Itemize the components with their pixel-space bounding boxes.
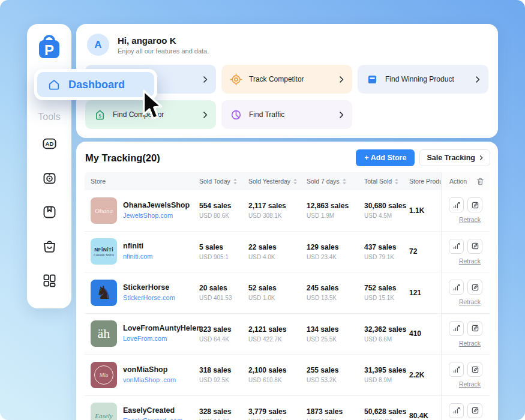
feature-card-track-competitor[interactable]: Track Competitor: [221, 65, 352, 94]
chevron-right-icon: [339, 76, 344, 83]
store-domain-link[interactable]: StickerHorse.com: [123, 294, 175, 301]
sale-tracking-button[interactable]: Sale Tracking: [419, 149, 490, 166]
retrack-link[interactable]: Retrack: [459, 380, 481, 388]
add-store-button[interactable]: + Add Store: [356, 149, 415, 166]
feature-card-find-competitor[interactable]: S Find Competitor: [85, 100, 216, 129]
chevron-right-icon: [203, 111, 208, 119]
trash-icon[interactable]: [476, 177, 485, 186]
sold-today-cell: 5 sales USD 905.1: [199, 243, 248, 260]
greeting-text: Hi, angaroo K: [118, 35, 209, 46]
retrack-link[interactable]: Retrack: [459, 257, 481, 265]
pie-icon: [230, 109, 242, 121]
store-domain-link[interactable]: vonMiaShop .com: [123, 376, 176, 383]
column-header-total-sold[interactable]: Total Sold: [364, 178, 409, 185]
sidebar-apps-grid-icon[interactable]: [41, 272, 58, 289]
store-cell: äh LoveFromAuntyHelen LoveFrom.com: [85, 320, 199, 347]
store-logo: Ohana: [91, 197, 117, 224]
svg-text:S: S: [98, 113, 101, 118]
sidebar-icon-nav: AD: [41, 136, 58, 289]
sold-7-days-cell: 12,863 sales USD 1.9M: [307, 202, 364, 219]
sold-7-days-cell: 245 sales USD 13.5K: [307, 284, 364, 301]
edit-button[interactable]: [467, 239, 482, 254]
app-background: P Tools AD Dashboard A Hi, angaroo K Enj…: [0, 0, 525, 420]
greeting-subtitle: Enjoy all our features and data.: [118, 47, 209, 55]
stats-button[interactable]: [449, 321, 464, 336]
store-name: EaselyCreated: [123, 406, 182, 415]
stats-button[interactable]: [449, 403, 464, 418]
store-name: StickerHorse: [123, 283, 175, 292]
sort-icon: [394, 178, 399, 185]
edit-button[interactable]: [467, 403, 482, 418]
store-cell: Easely EaselyCreated EaselyCreated .com: [85, 403, 199, 420]
chevron-right-icon: [479, 155, 483, 161]
action-cell: Retrack: [441, 190, 490, 231]
user-avatar[interactable]: A: [87, 34, 109, 56]
stats-button[interactable]: [449, 239, 464, 254]
store-logo: NFiNiTi Custom Shirts: [91, 238, 117, 265]
action-cell: Retrack: [441, 355, 490, 395]
stats-button[interactable]: [449, 197, 464, 212]
column-header-sold-7-days[interactable]: Sold 7 days: [307, 178, 364, 185]
column-header-store: Store: [85, 178, 199, 185]
sort-icon: [342, 178, 347, 185]
store-logo: Mia: [91, 362, 117, 388]
product-box-icon: [366, 73, 379, 86]
sidebar-ads-icon[interactable]: AD: [41, 136, 58, 152]
feature-card-find-traffic[interactable]: Find Traffic: [221, 100, 352, 129]
retrack-link[interactable]: Retrack: [459, 216, 481, 223]
total-sold-cell: 752 sales USD 15.1K: [364, 284, 409, 301]
app-logo-icon[interactable]: P: [35, 32, 64, 61]
sold-yesterday-cell: 52 sales USD 1.0K: [248, 284, 307, 301]
store-domain-link[interactable]: nfiniti.com: [123, 253, 153, 260]
sold-yesterday-cell: 22 sales USD 4.0K: [248, 243, 307, 260]
tracking-card: My Tracking(20) + Add Store Sale Trackin…: [76, 142, 498, 420]
tracking-title: My Tracking(20): [85, 152, 356, 164]
retrack-link[interactable]: Retrack: [459, 340, 481, 347]
column-header-sold-today[interactable]: Sold Today: [199, 178, 248, 185]
stats-button[interactable]: [449, 280, 464, 295]
action-cell: Retrack: [441, 272, 490, 313]
edit-button[interactable]: [467, 321, 482, 336]
dashboard-label: Dashboard: [68, 79, 125, 91]
sold-today-cell: 328 sales USD 14.4K: [199, 407, 248, 420]
store-products-cell: 2.2K: [409, 371, 441, 379]
dashboard-pill: Dashboard: [37, 72, 154, 97]
stats-button[interactable]: [449, 362, 464, 377]
store-cell: Mia vonMiaShop vonMiaShop .com: [85, 362, 199, 388]
edit-button[interactable]: [467, 280, 482, 295]
sold-7-days-cell: 1873 sales USD 17.3K: [307, 407, 364, 420]
store-domain-link[interactable]: LoveFrom.com: [123, 335, 167, 342]
table-header-row: StoreSold TodaySold YesterdaySold 7 days…: [85, 172, 490, 190]
store-products-cell: 1.1K: [409, 206, 441, 215]
action-cell: Retrack: [441, 232, 490, 272]
store-domain-link[interactable]: JewelsShop.com: [123, 212, 173, 219]
total-sold-cell: 32,362 sales USD 6.6M: [364, 325, 409, 343]
store-name: OhanaJewelsShop: [123, 201, 190, 209]
welcome-texts: Hi, angaroo K Enjoy all our features and…: [118, 35, 209, 55]
store-domain-link[interactable]: EaselyCreated .com: [123, 417, 182, 420]
feature-card-label: Find Competitor: [113, 110, 164, 119]
sort-icon: [233, 178, 238, 185]
store-products-cell: 80.4K: [409, 412, 441, 420]
sidebar-product-research-icon[interactable]: [41, 170, 58, 186]
edit-button[interactable]: [467, 197, 482, 212]
store-products-cell: 72: [409, 247, 441, 256]
retrack-link[interactable]: Retrack: [459, 298, 481, 305]
feature-card-label: Track Competitor: [249, 75, 304, 83]
column-header-sold-yesterday[interactable]: Sold Yesterday: [248, 178, 307, 185]
home-icon: [47, 78, 61, 91]
column-header-store-products: Store Products: [409, 178, 441, 185]
tools-section-label: Tools: [38, 112, 60, 122]
feature-card-find-winning-product[interactable]: Find Winning Product: [358, 65, 488, 94]
sale-tracking-label: Sale Tracking: [427, 154, 475, 162]
sidebar-item-dashboard[interactable]: Dashboard: [34, 69, 157, 100]
sold-7-days-cell: 255 sales USD 53.2K: [307, 366, 364, 383]
table-row: ♞ StickerHorse StickerHorse.com 20 sales…: [85, 272, 490, 314]
sidebar-bookmark-icon[interactable]: [41, 204, 58, 220]
edit-button[interactable]: [467, 362, 482, 377]
store-cell: ♞ StickerHorse StickerHorse.com: [85, 280, 199, 306]
store-products-cell: 410: [409, 329, 441, 338]
sidebar-store-bag-icon[interactable]: [41, 238, 58, 254]
chevron-right-icon: [475, 76, 480, 83]
svg-text:AD: AD: [45, 140, 53, 147]
